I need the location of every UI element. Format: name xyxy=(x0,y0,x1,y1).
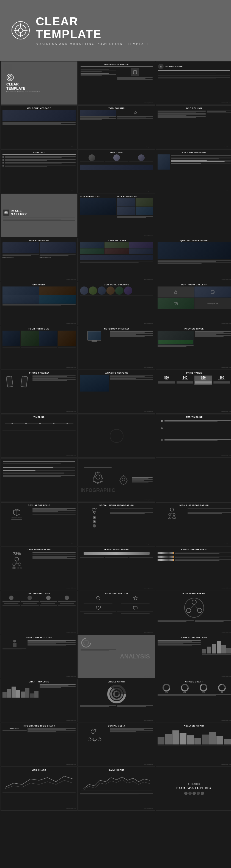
slide-meet-director: MEET THE DIRECTOR www.template.com xyxy=(156,150,231,193)
discussion-title: DISCUSSION TOPICS xyxy=(81,64,153,66)
circle-chart-2-title: CIRCLE CHART xyxy=(158,681,231,683)
hero-icon xyxy=(11,21,30,40)
analysis-chart-title: ANALYSIS CHART xyxy=(158,725,231,727)
price-col-3: $50 PREMIUM xyxy=(194,376,212,385)
heart-icon xyxy=(96,606,101,611)
icon-infographic-title: ICON INFOGRAPHIC xyxy=(158,593,231,594)
icon-list-item xyxy=(2,159,76,161)
work-building-title: OUR WORK BUILDING xyxy=(80,284,153,286)
infographic-list-title: INFOGRAPHIC LIST xyxy=(2,593,76,594)
website-text: www.template.com xyxy=(144,102,153,103)
our-work-title: OUR WORK xyxy=(2,284,76,286)
lock-icon xyxy=(174,290,178,294)
slide-clear-template: CLEAR TEMPLATE Business and Marketing Po… xyxy=(1,61,78,105)
website-text-18: www.template.com xyxy=(221,367,231,368)
svg-point-79 xyxy=(93,738,96,741)
line-chart-title: LINE CHART xyxy=(2,769,76,771)
slide-two-column: TWO COLUMN www.template.com xyxy=(78,105,155,149)
bulb-icon xyxy=(90,507,98,515)
website-text-37: www.template.com xyxy=(66,720,76,721)
slide-our-work: OUR WORK www.template.com xyxy=(1,282,78,326)
cross-circle-icon xyxy=(183,597,205,619)
box-icon xyxy=(12,508,21,517)
svg-line-61 xyxy=(194,604,198,609)
camera-icon xyxy=(174,301,178,306)
svg-point-25 xyxy=(170,508,174,511)
slide-daily-chart: DAILY CHART www.template.com xyxy=(78,767,155,811)
slide-pencil-infographic-2: PENCIL INFOGRAPHIC www.template.com xyxy=(156,547,231,590)
tree-percent: 78% xyxy=(13,552,21,556)
price-col-1: $30 BASIC xyxy=(158,376,176,385)
hero-section: CLEAR TEMPLATE BUSINESS AND MARKETING PO… xyxy=(0,0,231,61)
slide-our-timeline: OUR TIMELINE www.template.com xyxy=(156,414,231,458)
tree-icon xyxy=(167,507,177,521)
website-text-27: www.template.com xyxy=(221,543,231,545)
icon-list-infographic-title: ICON LIST INFOGRAPHIC xyxy=(158,504,231,506)
svg-point-39 xyxy=(15,557,19,561)
notebook-title: NOTEBOOK PREVIEW xyxy=(80,328,153,330)
line-chart-svg xyxy=(2,772,76,792)
slide-icon-description: ICON DESCRIPTION www.t xyxy=(78,591,155,634)
website-text-21: www.template.com xyxy=(221,411,231,412)
donut-chart-icon xyxy=(92,737,97,741)
analysis-label: ANALYSIS xyxy=(120,653,150,660)
website-text-12: www.template.com xyxy=(221,278,231,280)
website-text-33: www.template.com xyxy=(221,631,231,633)
svg-point-56 xyxy=(185,598,204,617)
icon-list-item xyxy=(2,156,76,158)
website-text-38: www.template.com xyxy=(144,720,153,721)
slide-line-chart: LINE CHART www.template.com xyxy=(1,767,78,811)
slide-discussion-topics: DISCUSSION TOPICS xyxy=(78,61,155,105)
website-text-7: www.template.com xyxy=(144,190,153,192)
facebook-icon: f xyxy=(93,516,96,519)
website-text-17: www.template.com xyxy=(144,367,153,368)
slide-analysis-chart: ANALYSIS CHART www.template.com xyxy=(156,723,231,767)
slide-our-team: OUR TEAM xyxy=(78,150,155,193)
website-text-3: www.template.com xyxy=(66,146,76,148)
svg-point-7 xyxy=(7,74,13,81)
svg-point-59 xyxy=(197,608,202,613)
website-text-6: www.template.com xyxy=(66,190,76,192)
slide-our-portfolio-1: OUR PORTFOLIO OUR PORTFOLIO www.template… xyxy=(78,193,155,237)
gear-svg-1 xyxy=(90,469,106,485)
placeholder-text: PLACEHOLDER TEXT xyxy=(2,257,38,258)
portfolio-list-title: OUR PORTFOLIO xyxy=(2,240,76,242)
pencil-infographic-1-title: PENCIL INFOGRAPHIC xyxy=(80,549,153,550)
website-text-40: www.template.com xyxy=(66,764,76,765)
icon-list-item xyxy=(2,165,76,167)
svg-line-54 xyxy=(99,599,100,600)
svg-point-19 xyxy=(122,478,125,481)
website-text-31: www.template.com xyxy=(66,631,76,633)
image-gallery-label2: GALLERY xyxy=(11,213,27,216)
ct-sub: Business and Marketing Powerpoint Templa… xyxy=(6,91,40,92)
thanks-line2: FOR WATCHING xyxy=(176,786,212,790)
svg-point-53 xyxy=(97,596,99,599)
svg-point-9 xyxy=(9,76,11,78)
welcome-title: WELCOME MESSAGE xyxy=(2,107,76,109)
website-text-43: www.template.com xyxy=(66,808,76,809)
social-media-infographic-title: SOCIAL MEDIA INFOGRAPHIC xyxy=(80,504,153,506)
image-gallery-label: IMAGE xyxy=(11,209,27,213)
star-icon xyxy=(133,596,138,600)
chart-analysis-title: CHART ANALYSIS xyxy=(2,681,76,683)
website-text-4: www.template.com xyxy=(144,146,153,148)
slide-image-gallery-2: IMAGE GALLERY www.template.com xyxy=(78,238,155,281)
donut-2 xyxy=(181,684,189,691)
icon-description-title: ICON DESCRIPTION xyxy=(80,593,153,594)
website-text-10: www.template.com xyxy=(66,278,76,280)
slide-infographic-list: INFOGRAPHIC LIST xyxy=(1,591,78,634)
infographic-icon-chart-title: INFOGRAPHIC ICON CHART xyxy=(2,725,76,727)
donut-4 xyxy=(218,684,226,691)
phone-preview-title: PHONE PREVIEW xyxy=(2,372,76,374)
slide-tree-infographic: TREE INFOGRAPHIC 78% xyxy=(1,547,78,590)
svg-point-17 xyxy=(175,303,177,304)
chat-icon xyxy=(133,606,138,611)
slide-quality-description: QUALITY DESCRIPTION www.template.com xyxy=(156,238,231,281)
website-text-29: www.template.com xyxy=(144,587,153,589)
pie-chart-2-icon xyxy=(98,737,102,741)
daily-chart-svg xyxy=(80,772,153,792)
slide-thanks: THANKS FOR WATCHING xyxy=(156,767,231,811)
website-text-44: www.template.com xyxy=(144,808,153,809)
svg-point-57 xyxy=(192,600,196,604)
slide-infographic-small xyxy=(1,458,78,502)
